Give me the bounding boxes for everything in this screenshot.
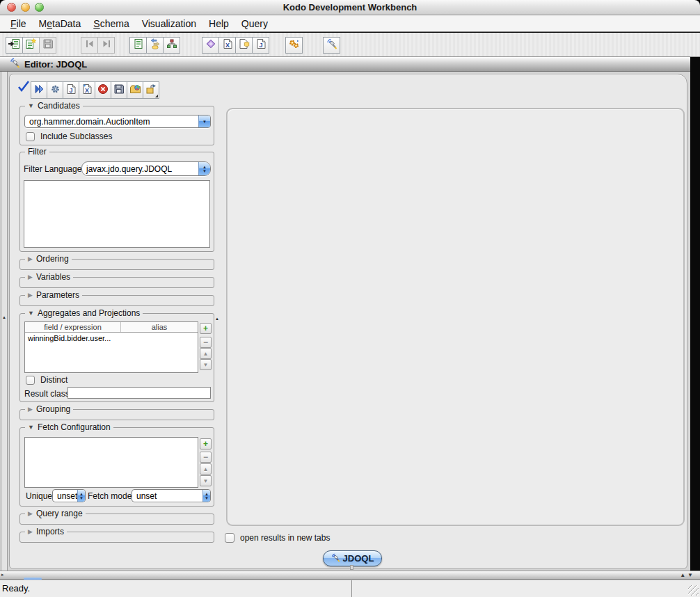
query-settings-button[interactable]: [47, 81, 63, 99]
candidate-class-combo[interactable]: org.hammer.domain.AuctionItem ▼: [24, 115, 211, 128]
new-query-button[interactable]: [22, 37, 40, 54]
mapping-diamond-icon: [205, 38, 216, 52]
projection-add-button[interactable]: +: [200, 323, 212, 334]
ordering-group: ▶ Ordering: [19, 259, 214, 270]
menu-query[interactable]: Query: [235, 18, 274, 29]
run-query-button[interactable]: [31, 81, 47, 99]
variables-group-header[interactable]: ▶ Variables: [25, 272, 73, 282]
projection-remove-button[interactable]: −: [200, 337, 212, 348]
filter-language-combo[interactable]: javax.jdo.query.JDOQL ▲ ▼: [81, 161, 211, 176]
main-toolbar: X J: [0, 33, 700, 57]
db-sync-view-button[interactable]: [146, 37, 164, 54]
distinct-checkbox[interactable]: [26, 376, 35, 385]
xml-view-button[interactable]: X: [218, 37, 236, 54]
query-range-group-header[interactable]: ▶ Query range: [25, 509, 86, 518]
open-results-new-tabs-checkbox[interactable]: [225, 533, 234, 543]
new-query-icon: [25, 38, 37, 52]
candidates-group-header[interactable]: ▼ Candidates: [25, 101, 83, 111]
collapsed-triangle-icon: ▶: [28, 256, 33, 262]
query-editor-button[interactable]: [323, 37, 340, 54]
jdoql-doc-icon: J: [65, 83, 77, 97]
expanded-triangle-icon: ▼: [28, 424, 34, 431]
svg-text:X: X: [225, 42, 229, 49]
editor-toolbar: J X: [31, 81, 159, 99]
open-results-icon: [129, 83, 141, 97]
stop-icon: [97, 83, 109, 97]
java-view-button[interactable]: J: [252, 37, 269, 54]
splitter-expand-icon[interactable]: ▸: [1, 572, 4, 578]
collapsed-triangle-icon: ▶: [28, 511, 33, 517]
bottom-scrollbar[interactable]: ▲ ▼: [0, 571, 700, 580]
projection-move-up-button[interactable]: ▲: [200, 348, 212, 359]
candidates-group: ▼ Candidates org.hammer.domain.AuctionIt…: [19, 106, 214, 145]
grouping-group-header[interactable]: ▶ Grouping: [25, 404, 73, 414]
left-splitter[interactable]: [1, 72, 8, 571]
list-view-button[interactable]: [129, 37, 147, 54]
filter-text-area[interactable]: [24, 180, 210, 248]
result-class-field[interactable]: [67, 387, 211, 399]
menu-help[interactable]: Help: [202, 18, 235, 29]
menu-visualization[interactable]: Visualization: [136, 18, 202, 29]
view-sql-button[interactable]: X: [79, 81, 95, 99]
column-alias[interactable]: alias: [121, 322, 198, 332]
fetch-mode-dropdown-button[interactable]: ▲ ▼: [202, 490, 210, 502]
zoom-button[interactable]: [35, 3, 44, 12]
projection-move-down-button[interactable]: ▼: [200, 359, 212, 370]
save-icon: [42, 38, 54, 52]
fetch-mode-combo[interactable]: unset ▲ ▼: [132, 489, 211, 502]
left-splitter-collapse-icon[interactable]: ▲: [2, 315, 6, 319]
menu-file[interactable]: File: [4, 18, 33, 29]
filter-group-header[interactable]: Filter: [25, 147, 49, 157]
tab-jdoql[interactable]: JDOQL: [323, 550, 382, 566]
fetch-configuration-group-header[interactable]: ▼ Fetch Configuration: [25, 422, 113, 432]
resize-grip[interactable]: [688, 585, 699, 596]
back-button[interactable]: [81, 37, 98, 54]
open-results-button[interactable]: [127, 81, 143, 99]
validate-button[interactable]: [17, 79, 31, 96]
stop-button[interactable]: [95, 81, 111, 99]
include-subclasses-checkbox[interactable]: [26, 132, 35, 141]
application-window: Kodo Development Workbench File MetaData…: [0, 0, 700, 597]
parameters-group-header[interactable]: ▶ Parameters: [25, 290, 82, 300]
projections-table-header: field / expression alias: [25, 322, 198, 333]
view-jdoql-button[interactable]: J: [63, 81, 79, 99]
table-row[interactable]: winningBid.bidder.user...: [25, 333, 198, 342]
filter-language-spinner-button[interactable]: ▲ ▼: [198, 162, 210, 175]
export-results-button[interactable]: [143, 81, 159, 99]
unique-dropdown-button[interactable]: ▲ ▼: [77, 490, 85, 502]
scroll-down-arrow-icon[interactable]: ▼: [687, 572, 693, 579]
center-splitter-collapse-icon[interactable]: ▲: [215, 317, 219, 321]
query-editor-wand-icon: [326, 38, 337, 52]
open-query-icon: [8, 38, 20, 52]
fetch-remove-button[interactable]: −: [200, 452, 212, 463]
imports-group-header[interactable]: ▶ Imports: [25, 527, 67, 536]
tree-view-button[interactable]: [163, 37, 180, 54]
save-query-button[interactable]: [111, 81, 127, 99]
save-button-disabled[interactable]: [39, 37, 56, 54]
aggregates-group-header[interactable]: ▼ Aggregates and Projections: [25, 308, 143, 318]
candidate-class-dropdown-button[interactable]: ▼: [198, 116, 210, 127]
mapping-button[interactable]: [202, 37, 219, 54]
configure-button[interactable]: [285, 37, 303, 54]
scroll-up-arrow-icon[interactable]: ▲: [680, 572, 685, 579]
close-button[interactable]: [7, 3, 16, 12]
minimize-button[interactable]: [21, 3, 30, 12]
status-divider[interactable]: [351, 580, 352, 597]
menu-metadata[interactable]: MetaData: [33, 18, 88, 29]
fetch-move-up-button[interactable]: ▲: [200, 463, 212, 475]
menu-schema[interactable]: Schema: [87, 18, 135, 29]
validate-check-icon: [17, 83, 31, 95]
fetch-move-down-button[interactable]: ▼: [200, 475, 212, 486]
forward-button[interactable]: [97, 37, 115, 54]
projections-table[interactable]: field / expression alias winningBid.bidd…: [24, 321, 198, 373]
column-field-expression[interactable]: field / expression: [25, 322, 121, 332]
fetch-groups-list[interactable]: [24, 437, 198, 488]
unique-combo[interactable]: unset ▲ ▼: [52, 489, 86, 502]
ordering-group-header[interactable]: ▶ Ordering: [25, 254, 72, 264]
expanded-triangle-icon: ▼: [28, 310, 34, 317]
splitter-notch[interactable]: [350, 565, 353, 570]
fetch-add-button[interactable]: +: [200, 438, 212, 449]
doc-db-button[interactable]: [235, 37, 253, 54]
open-query-button[interactable]: [6, 37, 23, 54]
filter-group-title: Filter: [28, 147, 47, 157]
